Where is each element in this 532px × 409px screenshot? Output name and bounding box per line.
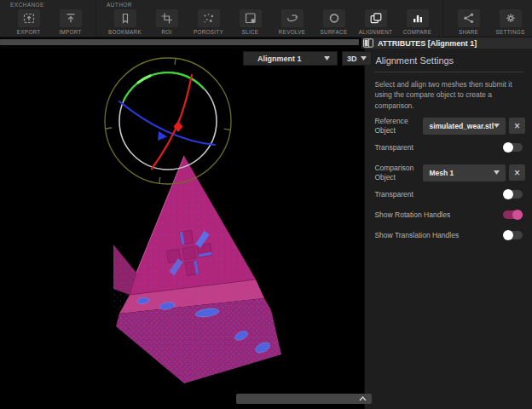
comparison-object-row: Comparison Object Mesh 1 × — [374, 164, 525, 181]
toolbar-group-right: SHARE SETTINGS — [443, 0, 532, 37]
close-icon: × — [514, 167, 520, 179]
reference-transparent-toggle[interactable] — [503, 143, 523, 152]
scene-dropdown[interactable]: Alignment 1 — [243, 51, 338, 66]
comparison-object-value: Mesh 1 — [429, 169, 454, 177]
surface-icon — [327, 12, 341, 25]
bottom-panel-expander[interactable] — [236, 394, 372, 404]
alignment-icon — [369, 12, 383, 25]
crop-icon — [160, 12, 174, 25]
viewport-top-splitter[interactable] — [0, 37, 361, 49]
translation-handles-toggle[interactable] — [503, 231, 523, 239]
reference-object-row: Reference Object simulated_wear.stl × — [374, 117, 525, 135]
chevron-down-icon — [361, 56, 367, 60]
3d-viewport[interactable]: Alignment 1 3D — [0, 49, 364, 409]
attributes-header-title: ATTRIBUTES [Alignment 1] — [378, 39, 477, 48]
reference-object-label: Reference Object — [374, 117, 423, 135]
toolbar-group-author: AUTHOR BOOKMARK ROI POROSITY SLICE — [96, 0, 443, 37]
scene-dropdown-value: Alignment 1 — [257, 55, 302, 63]
chevron-down-icon — [494, 170, 500, 175]
attributes-panel-header: ATTRIBUTES [Alignment 1] — [361, 37, 532, 49]
reference-transparent-row: Transparent — [374, 143, 525, 152]
settings-button[interactable]: SETTINGS — [492, 9, 529, 35]
3d-scene[interactable] — [0, 49, 373, 409]
divider — [374, 72, 523, 72]
panel-layout-icon — [363, 38, 373, 48]
comparison-transparent-row: Transparent — [374, 190, 525, 199]
share-button[interactable]: SHARE — [450, 9, 487, 35]
import-label: IMPORT — [59, 29, 81, 35]
view-mode-value: 3D — [347, 55, 357, 63]
porosity-icon — [202, 12, 216, 25]
comparison-clear-button[interactable]: × — [509, 164, 525, 181]
chevron-up-icon — [359, 396, 367, 401]
revolve-button[interactable]: REVOLVE — [274, 9, 310, 35]
gizmo-blue-arc[interactable] — [119, 101, 215, 145]
porosity-button[interactable]: POROSITY — [190, 9, 227, 35]
reference-clear-button[interactable]: × — [509, 118, 525, 134]
panel-section-title: Alignment Settings — [375, 55, 525, 66]
comparison-object-dropdown[interactable]: Mesh 1 — [423, 164, 506, 181]
top-toolbar: EXCHANGE EXPORT IMPORT AUTHOR BOOKMARK — [0, 0, 532, 37]
panel-description: Select and align two meshes then submit … — [374, 79, 525, 111]
close-icon: × — [514, 120, 520, 132]
gizmo-red-arc[interactable] — [152, 75, 192, 169]
roi-button[interactable]: ROI — [148, 9, 185, 35]
revolve-icon — [286, 12, 299, 25]
application-window: EXCHANGE EXPORT IMPORT AUTHOR BOOKMARK — [0, 0, 532, 409]
compare-button[interactable]: COMPARE — [399, 9, 436, 35]
slice-button[interactable]: SLICE — [232, 9, 269, 35]
bookmark-icon — [119, 12, 132, 25]
gear-icon — [504, 12, 518, 25]
import-button[interactable]: IMPORT — [52, 9, 89, 35]
export-label: EXPORT — [17, 29, 41, 35]
bookmark-button[interactable]: BOOKMARK — [107, 9, 143, 35]
rotation-handles-row: Show Rotation Handles — [374, 210, 525, 219]
compare-icon — [411, 12, 425, 25]
mesh-object[interactable] — [113, 156, 281, 383]
toolbar-group-exchange: EXCHANGE EXPORT IMPORT — [0, 0, 96, 37]
view-mode-dropdown[interactable]: 3D — [342, 51, 372, 66]
export-button[interactable]: EXPORT — [10, 9, 47, 35]
import-icon — [64, 12, 78, 25]
surface-button[interactable]: SURFACE — [315, 9, 352, 35]
reference-object-value: simulated_wear.stl — [429, 122, 494, 130]
rotation-gizmo[interactable] — [105, 58, 231, 184]
chevron-down-icon — [494, 124, 500, 128]
attributes-panel: Alignment Settings Select and align two … — [364, 49, 532, 409]
alignment-button[interactable]: ALIGNMENT — [357, 9, 394, 35]
subbar: ATTRIBUTES [Alignment 1] — [0, 37, 532, 49]
share-icon — [462, 12, 476, 25]
group-label-author: AUTHOR — [107, 2, 436, 9]
chevron-down-icon — [324, 56, 330, 60]
gizmo-ticks — [106, 59, 231, 184]
reference-object-dropdown[interactable]: simulated_wear.stl — [423, 118, 506, 135]
group-label-exchange: EXCHANGE — [10, 2, 89, 9]
comparison-object-label: Comparison Object — [374, 164, 423, 181]
rotation-handles-toggle[interactable] — [503, 210, 523, 219]
slice-icon — [244, 12, 257, 25]
export-icon — [22, 12, 36, 25]
translation-handles-row: Show Translation Handles — [374, 231, 525, 239]
comparison-transparent-toggle[interactable] — [503, 190, 523, 199]
